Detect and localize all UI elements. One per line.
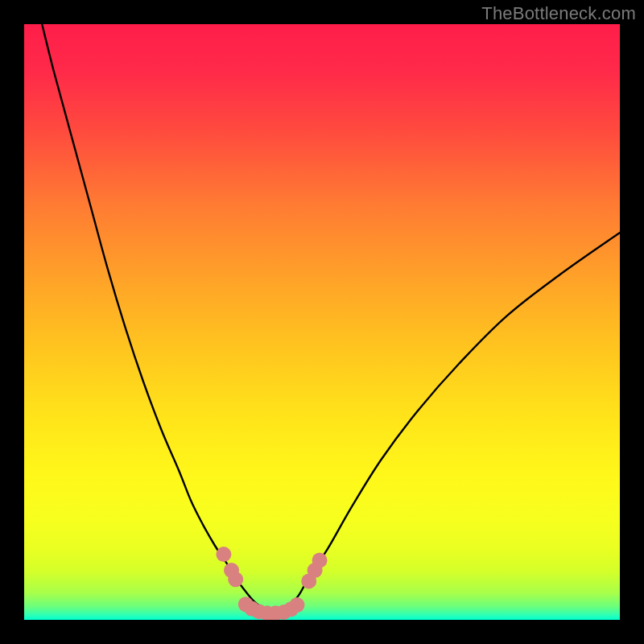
series-left-curve	[42, 24, 262, 608]
outer-frame: TheBottleneck.com	[0, 0, 644, 644]
marker-point	[216, 547, 231, 562]
watermark-text: TheBottleneck.com	[481, 3, 636, 24]
curves-layer	[24, 24, 620, 620]
marker-point	[312, 553, 328, 568]
marker-point	[228, 572, 243, 587]
plot-area	[24, 24, 620, 620]
series-right-curve	[287, 233, 620, 608]
marker-point	[289, 597, 304, 613]
